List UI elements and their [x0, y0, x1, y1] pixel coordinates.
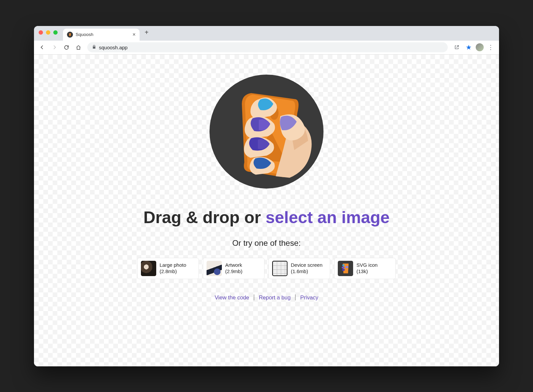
- headline-prefix: Drag & drop or: [143, 208, 266, 227]
- bookmark-star-icon[interactable]: ★: [464, 42, 474, 52]
- new-tab-button[interactable]: +: [142, 29, 152, 36]
- close-tab-icon[interactable]: ×: [133, 32, 136, 38]
- svg-point-3: [342, 264, 344, 266]
- window-controls: [39, 30, 58, 35]
- forward-button[interactable]: [49, 42, 59, 52]
- svg-point-5: [342, 269, 345, 271]
- thumb-svg-icon: [338, 261, 353, 276]
- profile-avatar[interactable]: [476, 43, 484, 51]
- thumb-large-photo-icon: [141, 261, 156, 276]
- sample-device-screen[interactable]: Device screen (1.6mb): [268, 258, 330, 279]
- thumb-artwork-icon: [207, 261, 222, 276]
- sample-size: (13k): [356, 268, 377, 275]
- sample-label: SVG icon: [356, 262, 377, 268]
- close-window-icon[interactable]: [39, 30, 43, 35]
- tab-title: Squoosh: [76, 32, 93, 37]
- back-button[interactable]: [37, 42, 47, 52]
- lock-icon: [92, 45, 96, 50]
- svg-point-6: [345, 266, 348, 268]
- svg-point-4: [342, 266, 345, 268]
- sample-svg-icon[interactable]: SVG icon (13k): [334, 258, 396, 279]
- headline[interactable]: Drag & drop or select an image: [143, 208, 389, 227]
- reload-button[interactable]: [61, 42, 71, 52]
- sample-size: (2.8mb): [160, 268, 186, 275]
- url-text: squoosh.app: [99, 45, 128, 50]
- browser-toolbar: squoosh.app ★ ⋮: [34, 41, 499, 55]
- sample-size: (1.6mb): [291, 268, 322, 275]
- sample-label: Large photo: [160, 262, 186, 268]
- browser-tab[interactable]: Squoosh ×: [63, 29, 140, 41]
- svg-point-0: [69, 34, 70, 34]
- home-button[interactable]: [73, 42, 83, 52]
- maximize-window-icon[interactable]: [53, 30, 58, 35]
- favicon-icon: [67, 32, 73, 38]
- address-bar[interactable]: squoosh.app: [87, 42, 448, 52]
- sample-label: Device screen: [291, 262, 322, 268]
- separator-icon: [295, 294, 295, 300]
- subhead: Or try one of these:: [232, 238, 300, 248]
- squoosh-logo-icon: [205, 70, 328, 193]
- thumb-device-icon: [272, 261, 287, 276]
- sample-label: Artwork: [225, 262, 243, 268]
- link-view-code[interactable]: View the code: [215, 294, 249, 301]
- tab-strip: Squoosh × +: [34, 26, 499, 41]
- open-external-icon[interactable]: [452, 42, 462, 52]
- browser-window: Squoosh × + squoosh.app ★ ⋮: [34, 26, 499, 366]
- menu-kebab-icon[interactable]: ⋮: [486, 42, 496, 52]
- footer-links: View the code Report a bug Privacy: [215, 294, 318, 301]
- sample-size: (2.9mb): [225, 268, 243, 275]
- link-privacy[interactable]: Privacy: [300, 294, 318, 301]
- minimize-window-icon[interactable]: [46, 30, 50, 35]
- link-report-bug[interactable]: Report a bug: [259, 294, 290, 301]
- headline-accent[interactable]: select an image: [266, 208, 389, 227]
- separator-icon: [254, 294, 254, 300]
- sample-artwork[interactable]: Artwork (2.9mb): [203, 258, 265, 279]
- sample-large-photo[interactable]: Large photo (2.8mb): [137, 258, 199, 279]
- page-content: Drag & drop or select an image Or try on…: [34, 55, 499, 366]
- sample-cards: Large photo (2.8mb) Artwork (2.9mb) Devi…: [137, 258, 396, 279]
